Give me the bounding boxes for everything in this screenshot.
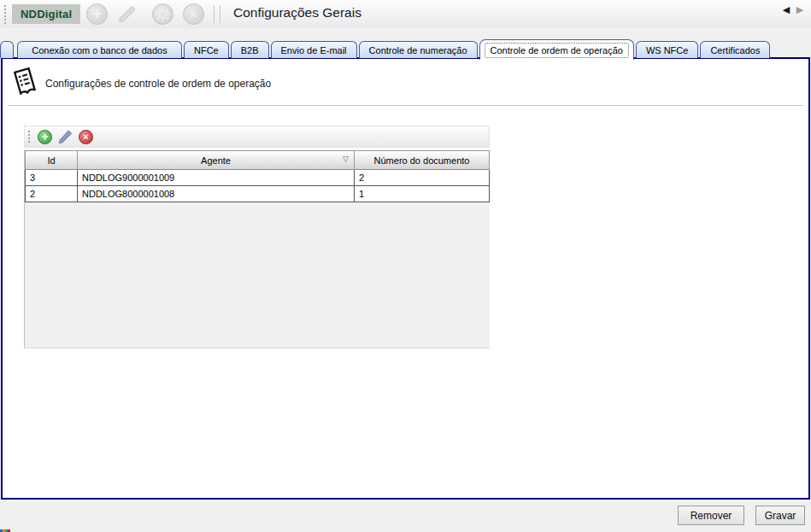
plus-glyph: + <box>92 4 103 24</box>
tab-controle-ordem-operacao[interactable]: Controle de ordem de operação <box>479 39 634 60</box>
edit-record-icon[interactable] <box>58 130 73 144</box>
cell-id: 3 <box>25 170 78 186</box>
cell-agente: NDDLOG8000001008 <box>78 186 355 202</box>
tab-label: NFCe <box>194 45 219 56</box>
tab-label: B2B <box>241 45 259 56</box>
column-label: Id <box>47 155 55 166</box>
tab-envio-email[interactable]: Envio de E-mail <box>271 41 357 58</box>
document-note-icon <box>9 65 41 104</box>
tab-label: WS NFCe <box>646 45 689 56</box>
grid-toolbar: + × <box>24 126 490 148</box>
grid-header-row: Id Agente ▽ Número do documento <box>25 150 490 170</box>
cell-numero-documento: 2 <box>355 170 490 186</box>
save-button[interactable]: Gravar <box>755 506 805 525</box>
tab-label: Controle de numeração <box>369 45 467 56</box>
grid-toolbar-grip-handle[interactable] <box>27 130 31 143</box>
tab-nfce[interactable]: NFCe <box>184 41 229 58</box>
tab-scroll-right-icon[interactable]: ▶ <box>794 3 806 15</box>
pencil-icon[interactable] <box>116 3 138 25</box>
tab-label: Controle de ordem de operação <box>485 43 629 58</box>
tab-scroll-left-icon[interactable]: ◀ <box>780 3 792 15</box>
brand-logo: NDDigital <box>12 4 80 24</box>
cell-numero-documento: 1 <box>355 186 490 202</box>
tab-label: Conexão com o banco de dados <box>32 45 167 56</box>
tab-strip: Conexão com o banco de dados NFCe B2B En… <box>0 39 778 58</box>
plus-glyph: + <box>41 131 48 143</box>
tab-b2b[interactable]: B2B <box>231 41 269 58</box>
sort-descending-icon: ▽ <box>343 155 349 163</box>
heading-divider <box>8 105 803 106</box>
column-header-numero-documento[interactable]: Número do documento <box>355 150 490 170</box>
main-toolbar: NDDigital + × Configurações Gerais <box>0 0 811 28</box>
tab-controle-numeracao[interactable]: Controle de numeração <box>359 41 478 58</box>
gear-icon[interactable] <box>152 3 173 25</box>
tab-conexao-banco[interactable]: Conexão com o banco de dados <box>17 41 182 58</box>
tab-partial-sliver[interactable] <box>0 41 14 58</box>
page-title: Configurações Gerais <box>233 5 361 20</box>
delete-record-icon[interactable]: × <box>79 130 93 144</box>
tab-certificados[interactable]: Certificados <box>700 41 770 58</box>
cell-agente: NDDLOG9000001009 <box>78 170 355 186</box>
add-circle-icon[interactable]: + <box>86 3 108 25</box>
app-window: NDDigital + × Configurações Gerais <box>0 0 811 532</box>
column-label: Número do documento <box>374 155 470 166</box>
operation-order-grid: Id Agente ▽ Número do documento 3 NDDLOG… <box>24 150 490 348</box>
close-circle-icon[interactable]: × <box>183 3 204 25</box>
section-heading: Configurações de controle de ordem de op… <box>45 78 271 90</box>
tab-label: Envio de E-mail <box>281 45 347 56</box>
table-row[interactable]: 3 NDDLOG9000001009 2 <box>25 170 490 186</box>
table-row[interactable]: 2 NDDLOG8000001008 1 <box>25 186 490 202</box>
x-glyph: × <box>83 132 88 142</box>
remove-button[interactable]: Remover <box>678 506 744 525</box>
toolbar-separator <box>220 5 220 23</box>
cell-id: 2 <box>25 186 78 202</box>
add-record-icon[interactable]: + <box>38 130 52 144</box>
toolbar-separator <box>214 5 215 23</box>
column-header-id[interactable]: Id <box>25 150 78 170</box>
column-label: Agente <box>201 155 231 166</box>
close-glyph: × <box>190 7 197 21</box>
tab-ws-nfce[interactable]: WS NFCe <box>636 41 699 58</box>
tab-label: Certificados <box>710 45 760 56</box>
toolbar-grip-handle[interactable] <box>3 4 7 24</box>
column-header-agente[interactable]: Agente ▽ <box>78 150 355 170</box>
